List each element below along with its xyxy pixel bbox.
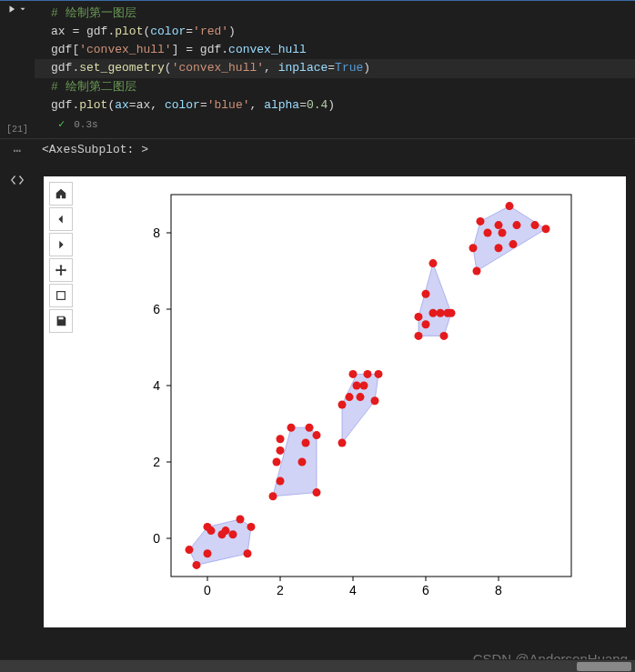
svg-text:4: 4 xyxy=(153,378,160,393)
svg-point-50 xyxy=(338,401,347,409)
svg-point-27 xyxy=(193,561,201,569)
home-button[interactable] xyxy=(49,182,73,206)
svg-text:4: 4 xyxy=(349,583,357,597)
svg-point-79 xyxy=(495,244,503,252)
svg-rect-0 xyxy=(57,292,66,300)
svg-text:6: 6 xyxy=(422,583,429,597)
plot-output: 0246802468 xyxy=(44,176,626,627)
svg-point-45 xyxy=(306,424,314,432)
svg-text:8: 8 xyxy=(153,226,160,240)
save-button[interactable] xyxy=(49,309,73,333)
back-button[interactable] xyxy=(49,207,73,231)
cell-execution-count: [21] xyxy=(6,125,28,135)
svg-point-39 xyxy=(277,477,285,486)
svg-text:2: 2 xyxy=(277,583,284,597)
svg-point-80 xyxy=(513,221,521,229)
svg-point-77 xyxy=(531,221,539,229)
svg-point-54 xyxy=(360,382,368,390)
output-gutter: ⋯ xyxy=(0,139,35,160)
plot-toolbar xyxy=(49,182,73,333)
svg-text:0: 0 xyxy=(153,531,160,546)
code-editor[interactable]: # 绘制第一图层 ax = gdf.plot(color='red') gdf[… xyxy=(35,1,635,138)
svg-point-69 xyxy=(473,267,481,276)
svg-point-32 xyxy=(229,530,237,538)
svg-point-72 xyxy=(484,229,492,237)
svg-point-42 xyxy=(277,435,285,443)
code-comment: # 绘制第二图层 xyxy=(51,80,136,94)
check-icon: ✓ xyxy=(58,116,65,134)
svg-point-47 xyxy=(313,431,321,439)
code-cell: [21] # 绘制第一图层 ax = gdf.plot(color='red')… xyxy=(0,0,635,138)
svg-point-51 xyxy=(346,393,354,401)
svg-point-67 xyxy=(437,309,445,317)
svg-point-70 xyxy=(469,244,478,252)
run-cell-button[interactable] xyxy=(7,5,27,14)
svg-point-56 xyxy=(375,370,383,378)
svg-point-55 xyxy=(371,396,379,405)
pan-button[interactable] xyxy=(49,258,73,282)
execution-time: 0.3s xyxy=(74,117,97,133)
forward-button[interactable] xyxy=(49,233,73,256)
code-comment: # 绘制第一图层 xyxy=(51,6,136,20)
svg-point-75 xyxy=(499,229,507,237)
svg-point-65 xyxy=(422,290,430,298)
svg-point-64 xyxy=(448,309,456,317)
svg-point-53 xyxy=(349,370,358,378)
svg-point-66 xyxy=(429,259,438,267)
svg-point-48 xyxy=(302,439,310,447)
svg-point-58 xyxy=(357,393,365,401)
svg-point-76 xyxy=(509,240,518,248)
svg-point-60 xyxy=(422,320,430,328)
svg-point-31 xyxy=(222,527,230,535)
svg-point-38 xyxy=(269,492,277,500)
execution-status: ✓ 0.3s xyxy=(51,115,628,135)
zoom-button[interactable] xyxy=(49,284,73,307)
svg-text:2: 2 xyxy=(153,455,160,469)
svg-point-43 xyxy=(287,424,296,432)
svg-point-49 xyxy=(338,439,347,447)
svg-point-52 xyxy=(353,382,361,390)
more-icon[interactable]: ⋯ xyxy=(14,143,21,160)
output-side-tools xyxy=(0,173,35,191)
svg-point-62 xyxy=(440,332,449,340)
svg-point-68 xyxy=(415,313,423,321)
svg-point-61 xyxy=(429,309,438,317)
svg-point-74 xyxy=(506,202,514,210)
svg-point-73 xyxy=(495,221,503,229)
svg-text:0: 0 xyxy=(204,583,211,597)
svg-text:8: 8 xyxy=(495,583,502,597)
code-icon[interactable] xyxy=(10,173,25,191)
svg-point-37 xyxy=(204,523,212,531)
svg-point-34 xyxy=(244,549,252,557)
svg-point-46 xyxy=(313,488,321,496)
scatter-plot: 0246802468 xyxy=(107,176,617,622)
horizontal-scrollbar[interactable] xyxy=(0,659,635,672)
svg-point-57 xyxy=(364,370,372,378)
svg-point-78 xyxy=(542,225,550,233)
svg-point-28 xyxy=(204,549,212,557)
scrollbar-thumb[interactable] xyxy=(577,662,631,671)
svg-point-40 xyxy=(273,458,281,466)
svg-point-41 xyxy=(277,446,285,455)
svg-point-71 xyxy=(477,217,485,226)
svg-point-33 xyxy=(237,516,245,524)
svg-point-36 xyxy=(186,546,194,554)
svg-point-59 xyxy=(415,332,423,340)
output-text: <AxesSubplot: > xyxy=(35,139,635,160)
svg-text:6: 6 xyxy=(153,302,160,316)
svg-point-35 xyxy=(247,523,256,531)
cell-gutter: [21] xyxy=(0,1,35,138)
svg-point-44 xyxy=(298,458,307,466)
